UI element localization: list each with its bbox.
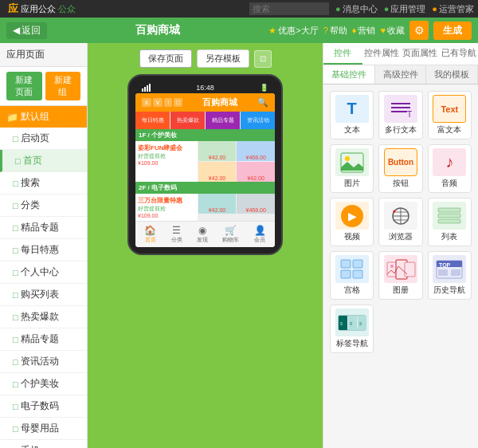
banner-item-1[interactable]: 每日特惠	[135, 112, 170, 129]
component-history[interactable]: TOP 历史导航	[428, 251, 472, 300]
settings-button[interactable]: ⚙	[409, 21, 429, 40]
nav-favorite[interactable]: ♥ 收藏	[380, 25, 405, 37]
app-title: 百购商城	[135, 23, 180, 37]
tab-advanced-widgets[interactable]: 高级控件	[375, 65, 427, 84]
gallery-icon	[384, 255, 417, 283]
cart-icon: 🛒	[222, 225, 239, 236]
sidebar-item-beauty[interactable]: □ 个护美妆	[0, 373, 87, 395]
category-icon: ☰	[171, 225, 182, 236]
banner-item-4[interactable]: 资讯活动	[241, 112, 275, 129]
tag-nav-icon: ≡ ≡ ≡	[335, 308, 369, 336]
phone-nav-up2[interactable]: ↑	[164, 98, 172, 107]
phone-nav-del[interactable]: □	[174, 98, 182, 107]
component-list[interactable]: 列表	[428, 198, 472, 246]
footer-item-home[interactable]: 🏠 首页	[144, 225, 156, 244]
svg-rect-28	[451, 269, 460, 276]
tab-basic-widgets[interactable]: 基础控件	[323, 65, 375, 84]
banner-item-3[interactable]: 精品专题	[206, 112, 240, 129]
component-richtext[interactable]: Text 富文本	[428, 91, 472, 140]
generate-button[interactable]: 生成	[433, 22, 472, 40]
nav-hall[interactable]: ★ 优惠>大厅	[268, 25, 318, 37]
footer-item-cart[interactable]: 🛒 购物车	[222, 225, 239, 244]
component-tag[interactable]: ≡ ≡ ≡ 标签导航	[330, 305, 374, 353]
sidebar-actions: 新建页面 新建组	[0, 67, 87, 106]
component-image[interactable]: 图片	[330, 144, 374, 193]
component-audio[interactable]: ♪ 音频	[428, 144, 472, 193]
nav-operations[interactable]: ● 运营管家	[432, 3, 474, 15]
footer-item-discover[interactable]: ◉ 发现	[197, 225, 208, 244]
tab-widgets[interactable]: 控件	[323, 43, 362, 65]
browser-icon	[384, 202, 417, 230]
page-icon: □	[13, 134, 18, 143]
sidebar-group-default[interactable]: 📁 默认组	[0, 106, 87, 128]
richtext-icon: Text	[433, 95, 466, 123]
component-audio-label: 音频	[441, 178, 457, 189]
save-page-button[interactable]: 保存页面	[139, 49, 192, 68]
footer-item-member[interactable]: 👤 会员	[254, 225, 266, 244]
nav-marketing[interactable]: ♦ 营销	[352, 25, 376, 37]
sidebar-item-launch[interactable]: □ 启动页	[0, 128, 87, 150]
sidebar-item-premium[interactable]: □ 精品专题	[0, 217, 87, 239]
sidebar-item-phone[interactable]: □ 手机	[0, 440, 87, 448]
sidebar-item-search[interactable]: □ 搜索	[0, 172, 87, 195]
component-grid[interactable]: 宫格	[330, 251, 374, 300]
new-page-button[interactable]: 新建页面	[6, 72, 42, 100]
promo-price-1: ¥109.00	[138, 160, 195, 166]
sidebar-item-home[interactable]: □ 首页	[0, 150, 87, 172]
sidebar-item-daily[interactable]: □ 每日特惠	[0, 239, 87, 261]
back-button[interactable]: ◀ 返回	[6, 22, 47, 39]
sidebar-item-electronics[interactable]: □ 电子数码	[0, 395, 87, 418]
svg-text:≡: ≡	[359, 321, 362, 326]
discover-icon: ◉	[197, 225, 208, 236]
product-4[interactable]: ¥42.00	[237, 162, 275, 182]
tab-my-templates[interactable]: 我的模板	[426, 65, 478, 84]
tab-widget-props[interactable]: 控件属性	[362, 43, 402, 65]
page-icon: □	[13, 379, 18, 389]
phone-nav-down[interactable]: ∨	[153, 98, 163, 107]
sidebar-item-profile[interactable]: □ 个人中心	[0, 261, 87, 284]
svg-rect-1	[391, 107, 410, 108]
battery-icon: 🔋	[260, 84, 268, 92]
component-text[interactable]: T 文本	[330, 91, 374, 140]
svg-rect-0	[391, 103, 410, 104]
component-browser[interactable]: 浏览器	[378, 198, 422, 246]
sidebar-item-premium2[interactable]: □ 精品专题	[0, 328, 87, 351]
tab-page-props[interactable]: 页面属性	[401, 43, 440, 65]
phone-nav-up[interactable]: ∧	[142, 98, 151, 107]
expand-icon[interactable]: ⊡	[254, 50, 272, 68]
tab-navigation[interactable]: 已有导航	[440, 43, 479, 65]
new-group-button[interactable]: 新建组	[45, 72, 81, 100]
component-video[interactable]: ▶ 视频	[330, 198, 374, 246]
sidebar-title: 应用页面	[0, 43, 87, 67]
nav-app-manage[interactable]: ● 应用管理	[384, 3, 426, 15]
banner-item-2[interactable]: 热卖爆款	[170, 112, 205, 129]
sidebar-item-cart[interactable]: □ 购买列表	[0, 284, 87, 306]
component-button[interactable]: Button 按钮	[378, 144, 422, 193]
product-6[interactable]: ¥468.00	[237, 194, 275, 214]
product-5[interactable]: ¥42.00	[198, 194, 237, 214]
member-icon: 👤	[254, 225, 266, 236]
sidebar-item-news[interactable]: □ 资讯活动	[0, 351, 87, 373]
sidebar-item-category[interactable]: □ 分类	[0, 195, 87, 217]
button-icon: Button	[384, 148, 417, 176]
save-template-button[interactable]: 另存模板	[197, 49, 249, 68]
footer-item-category[interactable]: ☰ 分类	[171, 225, 182, 244]
nav-messages[interactable]: ● 消息中心	[335, 3, 378, 15]
component-multitext[interactable]: T 多行文本	[378, 91, 422, 140]
promo-price-2: ¥109.00	[138, 213, 195, 218]
right-panel: 控件 控件属性 页面属性 已有导航 基础控件 高级控件 我的模板 T 文本	[323, 43, 478, 448]
product-1[interactable]: ¥42.00	[198, 141, 237, 161]
component-gallery[interactable]: 图册	[378, 251, 422, 300]
nav-help[interactable]: ? 帮助	[323, 25, 347, 37]
phone-search-icon[interactable]: 🔍	[257, 97, 268, 108]
sidebar-item-hot[interactable]: □ 热卖爆款	[0, 306, 87, 328]
product-2[interactable]: ¥468.00	[237, 141, 275, 161]
component-tabs: 基础控件 高级控件 我的模板	[323, 65, 478, 84]
back-arrow-icon: ◀	[13, 25, 20, 36]
search-input[interactable]	[249, 2, 329, 15]
sidebar-item-baby[interactable]: □ 母婴用品	[0, 418, 87, 440]
product-3[interactable]: ¥42.00	[198, 162, 237, 182]
svg-rect-17	[353, 260, 362, 268]
section2-title: 2F / 电子数码	[135, 182, 275, 194]
image-icon	[335, 148, 369, 176]
